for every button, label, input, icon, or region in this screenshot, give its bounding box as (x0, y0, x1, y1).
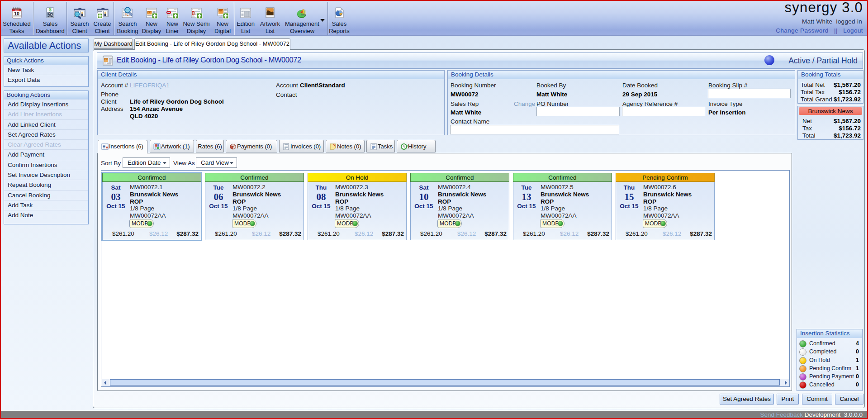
svg-text:10: 10 (14, 11, 19, 16)
svg-text:$: $ (49, 7, 52, 12)
